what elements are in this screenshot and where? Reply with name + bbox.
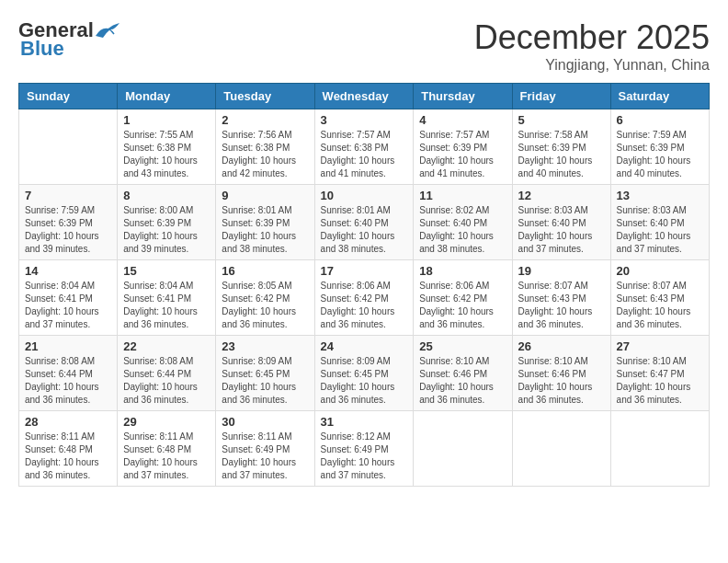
table-row: 28 Sunrise: 8:11 AM Sunset: 6:48 PM Dayl… bbox=[19, 411, 118, 487]
logo: General Blue bbox=[18, 18, 121, 61]
sunrise-text: Sunrise: 8:01 AM bbox=[321, 204, 408, 217]
day-info: Sunrise: 8:07 AM Sunset: 6:43 PM Dayligh… bbox=[518, 280, 605, 331]
daylight-text: Daylight: 10 hours and 40 minutes. bbox=[518, 155, 605, 180]
day-number: 12 bbox=[518, 189, 605, 202]
sunrise-text: Sunrise: 8:07 AM bbox=[617, 280, 703, 293]
sunset-text: Sunset: 6:47 PM bbox=[617, 368, 703, 381]
daylight-text: Daylight: 10 hours and 40 minutes. bbox=[617, 155, 703, 180]
calendar-header-row: Sunday Monday Tuesday Wednesday Thursday… bbox=[19, 84, 710, 109]
daylight-text: Daylight: 10 hours and 38 minutes. bbox=[419, 230, 506, 256]
sunset-text: Sunset: 6:38 PM bbox=[321, 142, 408, 155]
daylight-text: Daylight: 10 hours and 37 minutes. bbox=[222, 456, 308, 482]
sunset-text: Sunset: 6:49 PM bbox=[222, 443, 308, 456]
daylight-text: Daylight: 10 hours and 36 minutes. bbox=[25, 456, 111, 482]
day-number: 21 bbox=[25, 339, 111, 353]
header-thursday: Thursday bbox=[414, 84, 512, 109]
table-row: 3 Sunrise: 7:57 AM Sunset: 6:38 PM Dayli… bbox=[314, 109, 414, 185]
table-row bbox=[414, 411, 512, 487]
title-section: December 2025 Yingjiang, Yunnan, China bbox=[474, 18, 710, 74]
day-info: Sunrise: 8:06 AM Sunset: 6:42 PM Dayligh… bbox=[419, 280, 506, 331]
table-row: 6 Sunrise: 7:59 AM Sunset: 6:39 PM Dayli… bbox=[610, 109, 709, 185]
sunrise-text: Sunrise: 8:07 AM bbox=[518, 280, 605, 293]
calendar-table: Sunday Monday Tuesday Wednesday Thursday… bbox=[18, 83, 710, 487]
day-info: Sunrise: 7:57 AM Sunset: 6:38 PM Dayligh… bbox=[321, 129, 408, 180]
day-number: 13 bbox=[617, 189, 703, 202]
daylight-text: Daylight: 10 hours and 37 minutes. bbox=[321, 456, 408, 482]
table-row bbox=[512, 411, 610, 487]
daylight-text: Daylight: 10 hours and 36 minutes. bbox=[321, 305, 408, 331]
sunrise-text: Sunrise: 8:10 AM bbox=[617, 355, 703, 368]
day-info: Sunrise: 8:03 AM Sunset: 6:40 PM Dayligh… bbox=[617, 204, 703, 256]
sunrise-text: Sunrise: 7:55 AM bbox=[123, 129, 210, 142]
sunset-text: Sunset: 6:41 PM bbox=[123, 293, 210, 305]
sunrise-text: Sunrise: 8:10 AM bbox=[419, 355, 506, 368]
calendar-week-5: 28 Sunrise: 8:11 AM Sunset: 6:48 PM Dayl… bbox=[19, 411, 710, 487]
sunset-text: Sunset: 6:42 PM bbox=[222, 293, 308, 305]
sunset-text: Sunset: 6:39 PM bbox=[419, 142, 506, 155]
sunset-text: Sunset: 6:40 PM bbox=[321, 217, 408, 230]
sunrise-text: Sunrise: 7:57 AM bbox=[321, 129, 408, 142]
sunrise-text: Sunrise: 7:56 AM bbox=[222, 129, 308, 142]
day-info: Sunrise: 8:04 AM Sunset: 6:41 PM Dayligh… bbox=[25, 280, 111, 331]
logo-bird-icon bbox=[94, 19, 121, 41]
table-row: 22 Sunrise: 8:08 AM Sunset: 6:44 PM Dayl… bbox=[118, 336, 216, 411]
day-number: 24 bbox=[321, 339, 408, 353]
day-info: Sunrise: 8:02 AM Sunset: 6:40 PM Dayligh… bbox=[419, 204, 506, 256]
table-row: 27 Sunrise: 8:10 AM Sunset: 6:47 PM Dayl… bbox=[610, 336, 709, 411]
sunrise-text: Sunrise: 8:11 AM bbox=[222, 431, 308, 443]
calendar-week-2: 7 Sunrise: 7:59 AM Sunset: 6:39 PM Dayli… bbox=[19, 185, 710, 260]
day-number: 30 bbox=[222, 415, 308, 429]
sunrise-text: Sunrise: 8:05 AM bbox=[222, 280, 308, 293]
day-info: Sunrise: 8:07 AM Sunset: 6:43 PM Dayligh… bbox=[617, 280, 703, 331]
sunrise-text: Sunrise: 7:57 AM bbox=[419, 129, 506, 142]
sunset-text: Sunset: 6:49 PM bbox=[321, 443, 408, 456]
page-header: General Blue December 2025 Yingjiang, Yu… bbox=[18, 18, 710, 74]
daylight-text: Daylight: 10 hours and 37 minutes. bbox=[617, 230, 703, 256]
sunset-text: Sunset: 6:46 PM bbox=[419, 368, 506, 381]
table-row: 23 Sunrise: 8:09 AM Sunset: 6:45 PM Dayl… bbox=[216, 336, 314, 411]
sunset-text: Sunset: 6:44 PM bbox=[123, 368, 210, 381]
header-sunday: Sunday bbox=[19, 84, 118, 109]
table-row: 1 Sunrise: 7:55 AM Sunset: 6:38 PM Dayli… bbox=[118, 109, 216, 185]
sunset-text: Sunset: 6:42 PM bbox=[419, 293, 506, 305]
daylight-text: Daylight: 10 hours and 41 minutes. bbox=[419, 155, 506, 180]
table-row: 4 Sunrise: 7:57 AM Sunset: 6:39 PM Dayli… bbox=[414, 109, 512, 185]
header-saturday: Saturday bbox=[610, 84, 709, 109]
day-info: Sunrise: 8:11 AM Sunset: 6:49 PM Dayligh… bbox=[222, 431, 308, 482]
sunrise-text: Sunrise: 8:06 AM bbox=[419, 280, 506, 293]
sunset-text: Sunset: 6:39 PM bbox=[518, 142, 605, 155]
day-number: 26 bbox=[518, 339, 605, 353]
day-info: Sunrise: 7:59 AM Sunset: 6:39 PM Dayligh… bbox=[25, 204, 111, 256]
table-row: 2 Sunrise: 7:56 AM Sunset: 6:38 PM Dayli… bbox=[216, 109, 314, 185]
table-row: 8 Sunrise: 8:00 AM Sunset: 6:39 PM Dayli… bbox=[118, 185, 216, 260]
daylight-text: Daylight: 10 hours and 36 minutes. bbox=[518, 305, 605, 331]
day-info: Sunrise: 8:10 AM Sunset: 6:46 PM Dayligh… bbox=[518, 355, 605, 407]
sunset-text: Sunset: 6:43 PM bbox=[518, 293, 605, 305]
day-info: Sunrise: 7:56 AM Sunset: 6:38 PM Dayligh… bbox=[222, 129, 308, 180]
sunset-text: Sunset: 6:40 PM bbox=[518, 217, 605, 230]
sunrise-text: Sunrise: 8:03 AM bbox=[518, 204, 605, 217]
day-number: 2 bbox=[222, 113, 308, 127]
sunset-text: Sunset: 6:46 PM bbox=[518, 368, 605, 381]
day-info: Sunrise: 8:11 AM Sunset: 6:48 PM Dayligh… bbox=[25, 431, 111, 482]
daylight-text: Daylight: 10 hours and 36 minutes. bbox=[123, 305, 210, 331]
sunrise-text: Sunrise: 8:10 AM bbox=[518, 355, 605, 368]
sunrise-text: Sunrise: 8:09 AM bbox=[222, 355, 308, 368]
daylight-text: Daylight: 10 hours and 36 minutes. bbox=[25, 381, 111, 407]
day-info: Sunrise: 8:05 AM Sunset: 6:42 PM Dayligh… bbox=[222, 280, 308, 331]
daylight-text: Daylight: 10 hours and 38 minutes. bbox=[222, 230, 308, 256]
day-info: Sunrise: 8:01 AM Sunset: 6:39 PM Dayligh… bbox=[222, 204, 308, 256]
day-number: 18 bbox=[419, 264, 506, 278]
daylight-text: Daylight: 10 hours and 36 minutes. bbox=[321, 381, 408, 407]
month-title: December 2025 bbox=[474, 18, 710, 57]
day-number: 4 bbox=[419, 113, 506, 127]
day-number: 8 bbox=[123, 189, 210, 202]
sunrise-text: Sunrise: 8:11 AM bbox=[25, 431, 111, 443]
day-info: Sunrise: 8:11 AM Sunset: 6:48 PM Dayligh… bbox=[123, 431, 210, 482]
day-info: Sunrise: 7:58 AM Sunset: 6:39 PM Dayligh… bbox=[518, 129, 605, 180]
sunset-text: Sunset: 6:39 PM bbox=[25, 217, 111, 230]
day-info: Sunrise: 8:10 AM Sunset: 6:46 PM Dayligh… bbox=[419, 355, 506, 407]
daylight-text: Daylight: 10 hours and 39 minutes. bbox=[25, 230, 111, 256]
table-row: 19 Sunrise: 8:07 AM Sunset: 6:43 PM Dayl… bbox=[512, 260, 610, 336]
sunset-text: Sunset: 6:45 PM bbox=[321, 368, 408, 381]
